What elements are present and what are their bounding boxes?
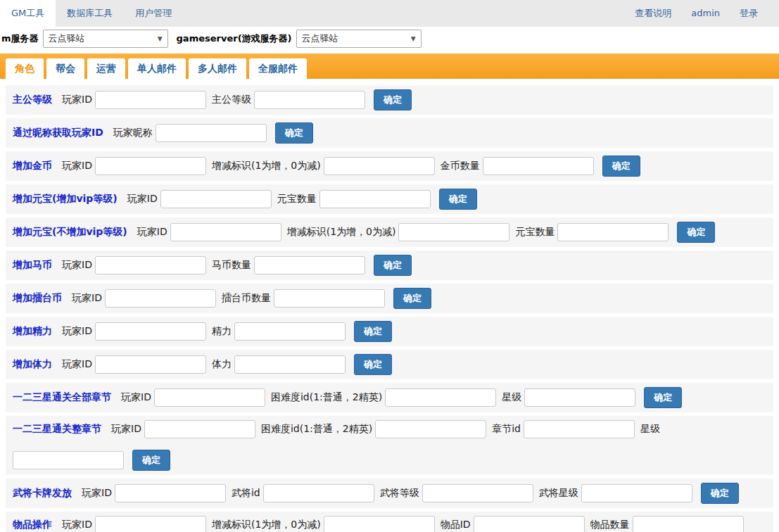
field-label: 星级: [640, 423, 660, 436]
field-label: 擂台币数量: [222, 292, 271, 305]
game-server-select[interactable]: 云点驿站 ▼: [296, 30, 422, 48]
field-input[interactable]: [483, 157, 594, 175]
gm-server-selected-value: 云点驿站: [49, 32, 85, 45]
tab-guild[interactable]: 帮会: [46, 58, 84, 79]
server-bar: m服务器 云点驿站 ▼ gameserver(游戏服务器) 云点驿站 ▼: [0, 27, 779, 50]
confirm-button[interactable]: 确定: [354, 354, 392, 375]
field-input[interactable]: [633, 516, 744, 532]
field-label: 武将id: [232, 487, 260, 500]
field-label: 玩家ID: [62, 160, 92, 172]
field-input[interactable]: [154, 388, 265, 407]
field-input[interactable]: [144, 420, 255, 438]
confirm-button[interactable]: 确定: [701, 483, 739, 504]
field-input[interactable]: [254, 91, 365, 109]
field-label: 玩家ID: [62, 94, 92, 106]
confirm-button[interactable]: 确定: [354, 321, 392, 342]
field-input[interactable]: [375, 420, 486, 438]
topnav-link-login[interactable]: 登录: [730, 0, 768, 27]
field-input[interactable]: [234, 322, 346, 341]
field-label: 章节id: [492, 423, 521, 436]
field-input[interactable]: [557, 223, 669, 241]
field-input[interactable]: [398, 223, 509, 241]
tab-single-mail[interactable]: 单人邮件: [128, 58, 186, 79]
field-input[interactable]: [95, 256, 206, 274]
topnav-right-items: 查看说明admin登录: [625, 0, 779, 27]
field-input[interactable]: [263, 484, 374, 502]
topnav-item-user-management[interactable]: 用户管理: [124, 0, 183, 27]
field-input[interactable]: [319, 190, 431, 208]
field-input[interactable]: [95, 322, 206, 341]
field-input[interactable]: [385, 388, 496, 407]
field-label: 武将星级: [539, 487, 578, 500]
chevron-down-icon: ▼: [158, 35, 163, 42]
field-input[interactable]: [115, 484, 226, 502]
confirm-button[interactable]: 确定: [132, 450, 170, 471]
field-input[interactable]: [324, 157, 435, 175]
topnav-item-gm-tools[interactable]: GM工具: [0, 0, 56, 27]
confirm-button[interactable]: 确定: [644, 387, 682, 408]
field-input[interactable]: [170, 223, 281, 241]
topnav-item-database-tools[interactable]: 数据库工具: [56, 0, 124, 27]
field-input[interactable]: [524, 420, 635, 438]
field-label: 玩家ID: [62, 519, 92, 531]
field-input[interactable]: [254, 256, 365, 274]
form-rows: 主公等级玩家ID主公等级确定通过昵称获取玩家ID玩家昵称确定增加金币玩家ID增减…: [0, 79, 779, 532]
form-row: 增加擂台币玩家ID擂台币数量确定: [6, 284, 773, 313]
field-input[interactable]: [105, 289, 216, 308]
tab-all-server-mail[interactable]: 全服邮件: [249, 58, 307, 79]
field-input[interactable]: [160, 190, 272, 208]
confirm-button[interactable]: 确定: [275, 122, 313, 144]
form-row: 增加体力玩家ID体力确定: [6, 350, 773, 379]
confirm-button[interactable]: 确定: [393, 288, 431, 309]
row-title: 一二三星通关全部章节: [13, 391, 111, 404]
form-row: 一二三星通关全部章节玩家ID困难度id(1:普通，2精英)星级确定: [6, 383, 773, 412]
row-title: 增加精力: [13, 325, 52, 338]
form-row: 增加元宝(不增加vip等级)玩家ID增减标识(1为增，0为减)元宝数量确定: [6, 217, 773, 247]
tab-multi-mail[interactable]: 多人邮件: [189, 58, 246, 79]
gm-server-label: m服务器: [1, 32, 39, 45]
field-label: 物品ID: [441, 519, 471, 531]
field-input[interactable]: [95, 516, 206, 532]
row-title: 物品操作: [13, 519, 52, 531]
field-input[interactable]: [156, 124, 267, 142]
field-label: 玩家ID: [127, 193, 158, 205]
field-label: 增减标识(1为增，0为减): [212, 519, 321, 531]
gm-server-select[interactable]: 云点驿站 ▼: [43, 30, 168, 48]
field-label: 主公等级: [212, 94, 251, 106]
field-label: 玩家ID: [111, 423, 141, 436]
field-input[interactable]: [524, 388, 635, 407]
tab-role[interactable]: 角色: [6, 58, 44, 79]
field-input[interactable]: [95, 157, 206, 175]
field-input[interactable]: [234, 355, 346, 374]
field-input[interactable]: [474, 516, 585, 532]
confirm-button[interactable]: 确定: [439, 189, 477, 210]
row-title: 增加金币: [13, 160, 52, 172]
confirm-button[interactable]: 确定: [374, 255, 412, 276]
topnav-link-view-help[interactable]: 查看说明: [625, 0, 681, 27]
field-label: 玩家ID: [62, 358, 92, 371]
tab-operations[interactable]: 运营: [87, 58, 125, 79]
field-label: 金币数量: [441, 160, 480, 172]
field-input[interactable]: [422, 484, 533, 502]
confirm-button[interactable]: 确定: [677, 222, 715, 243]
field-input[interactable]: [274, 289, 385, 308]
field-label: 玩家ID: [121, 391, 151, 404]
field-input[interactable]: [95, 355, 206, 374]
field-label: 困难度id(1:普通，2精英): [271, 391, 382, 404]
field-label: 玩家昵称: [113, 127, 153, 139]
confirm-button[interactable]: 确定: [374, 89, 412, 110]
field-input[interactable]: [581, 484, 692, 502]
field-input[interactable]: [95, 91, 206, 109]
field-input[interactable]: [13, 451, 124, 469]
game-server-selected-value: 云点驿站: [302, 32, 338, 45]
row-title: 增加擂台币: [13, 292, 62, 305]
form-row: 主公等级玩家ID主公等级确定: [6, 85, 773, 115]
row-title: 主公等级: [13, 94, 52, 106]
form-row: 武将卡牌发放玩家ID武将id武将等级武将星级确定: [6, 479, 773, 508]
form-row: 增加金币玩家ID增减标识(1为增，0为减)金币数量确定: [6, 151, 773, 181]
field-input[interactable]: [324, 516, 435, 532]
confirm-button[interactable]: 确定: [602, 156, 640, 177]
field-label: 元宝数量: [515, 226, 555, 239]
field-label: 增减标识(1为增，0为减): [287, 226, 396, 239]
topnav-link-admin[interactable]: admin: [681, 0, 730, 27]
